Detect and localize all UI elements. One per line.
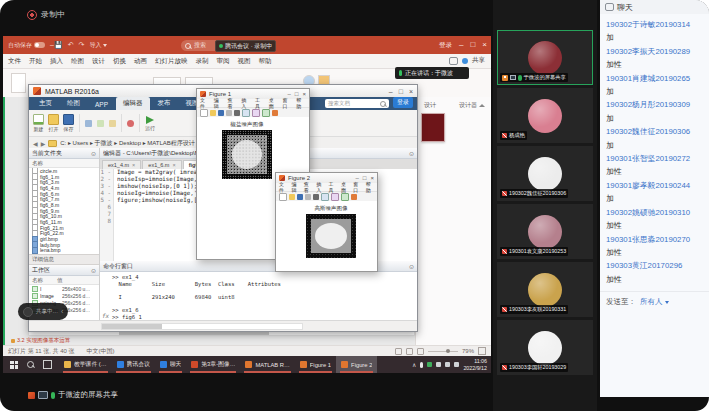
wps-ribbon-tab[interactable]: 幻灯片放映 (155, 57, 188, 66)
maximize-icon[interactable] (470, 41, 475, 49)
wps-ribbon-tab[interactable]: 视图 (238, 57, 251, 66)
editor-tab[interactable]: ex1_6.m × (142, 160, 181, 169)
task-view-icon[interactable] (43, 360, 52, 369)
cursor-icon[interactable] (234, 110, 240, 116)
chat-messages[interactable]: 190302于诗敏20190314加190302李振天20190289加性190… (600, 14, 709, 290)
figure-menu-item[interactable]: 编辑 (291, 181, 299, 193)
autosave-control[interactable]: 自动保存 (8, 41, 45, 50)
redo-icon[interactable]: ↷ (79, 41, 85, 49)
details-bar[interactable]: 详细信息 (29, 254, 99, 265)
wps-ribbon-tab[interactable]: 帮助 (259, 57, 272, 66)
wps-ribbon-tab[interactable]: 动画 (134, 57, 147, 66)
minimize-icon[interactable] (459, 41, 463, 49)
collapse-icon[interactable] (61, 308, 63, 315)
save-icon[interactable]: 💾 (50, 41, 63, 49)
close-icon[interactable]: × (132, 162, 135, 168)
wps-ribbon-tab[interactable]: 审阅 (217, 57, 230, 66)
start-button[interactable] (10, 361, 18, 369)
language-indicator[interactable]: 中文(中国) (87, 347, 115, 356)
pan-icon[interactable] (341, 193, 349, 201)
forward-icon[interactable] (41, 140, 46, 147)
matlab-tab[interactable]: 编辑器 (116, 97, 150, 110)
taskbar-app[interactable]: 聊天 (155, 356, 187, 373)
gear-icon[interactable] (91, 150, 96, 157)
design-tab[interactable]: 设计 (424, 101, 436, 110)
participant-tile[interactable]: 190303李友联20190331 (497, 262, 593, 317)
insert-dropdown[interactable]: 导入 (89, 41, 107, 50)
print-icon[interactable] (226, 110, 232, 116)
wps-ribbon-tab[interactable]: 插入 (50, 57, 63, 66)
comment-icon[interactable] (97, 120, 104, 127)
tray-expand-icon[interactable] (412, 361, 416, 368)
matlab-tab[interactable]: 主页 (32, 97, 59, 110)
command-window[interactable]: >> ex1_4 Name Size Bytes Class Attribute… (100, 272, 417, 321)
rotate-icon[interactable] (272, 110, 278, 116)
workspace-variable[interactable]: I 256x400 u… (29, 285, 99, 292)
new-figure-icon[interactable] (279, 193, 287, 201)
taskbar-app[interactable]: Figure 1 (295, 356, 336, 373)
save-icon[interactable] (218, 110, 224, 116)
wps-ribbon-tab[interactable]: 文件 (8, 57, 21, 66)
horizontal-scrollbar[interactable] (101, 323, 303, 330)
column-header[interactable]: 名称 (29, 159, 99, 168)
fit-slide-icon[interactable] (478, 347, 486, 355)
comment-icon[interactable] (449, 57, 458, 65)
figure-menu-item[interactable]: 窗口 (353, 181, 361, 193)
back-icon[interactable] (33, 140, 38, 147)
matlab-tab[interactable]: APP (88, 99, 115, 110)
clipboard-icon[interactable] (11, 73, 26, 93)
rotate-icon[interactable] (351, 194, 357, 200)
normal-view-icon[interactable] (395, 348, 402, 355)
zoom-out-icon[interactable] (331, 193, 339, 201)
matlab-tool-button[interactable]: 保存 (63, 114, 74, 132)
close-icon[interactable] (482, 41, 487, 49)
taskbar-app[interactable]: 第3章-图像… (186, 356, 240, 373)
tray-network-icon[interactable] (436, 362, 441, 367)
breakpoint-icon[interactable] (127, 120, 134, 127)
figure-menu-item[interactable]: 帮助 (296, 97, 306, 109)
figure-menu-item[interactable]: 文件 (279, 181, 287, 193)
figure-menu-item[interactable]: 帮助 (366, 181, 374, 193)
wps-ribbon-tab[interactable]: 录制 (196, 57, 209, 66)
figure-menu-item[interactable]: 文件 (200, 97, 210, 109)
file-row[interactable]: lena.bmp (29, 248, 99, 254)
figure-menu-item[interactable]: 查看 (304, 181, 312, 193)
insert-icon[interactable] (85, 120, 92, 127)
taskbar-clock[interactable]: 11:06 2022/9/12 (463, 358, 487, 371)
indent-icon[interactable] (109, 120, 116, 127)
wps-login-button[interactable]: 登录 (439, 41, 452, 50)
undo-icon[interactable]: ↶ (68, 41, 74, 49)
designer-tab[interactable]: 设计器 (459, 101, 485, 110)
matlab-tab[interactable]: 绘图 (60, 97, 87, 110)
tray-mic-icon[interactable] (420, 362, 423, 368)
figure-menu-item[interactable]: 插入 (316, 181, 324, 193)
close-icon[interactable]: × (172, 162, 175, 168)
open-icon[interactable] (289, 194, 295, 200)
slideshow-icon[interactable] (417, 348, 424, 355)
participant-tile[interactable]: 190301袁文康20190253 (497, 204, 593, 259)
wps-ribbon-tab[interactable]: 绘图 (71, 57, 84, 66)
wps-ribbon-tab[interactable]: 设计 (92, 57, 105, 66)
taskbar-app[interactable]: MATLAB R… (240, 356, 294, 373)
autosave-toggle[interactable] (34, 42, 45, 48)
close-icon[interactable] (409, 88, 413, 95)
slide-thumbnail[interactable] (421, 113, 445, 142)
figure-menu-item[interactable]: 工具 (255, 97, 265, 109)
figure-menu-item[interactable]: 编辑 (214, 97, 224, 109)
zoom-slider[interactable] (428, 351, 458, 352)
workspace-columns[interactable]: 名称 值 (29, 276, 99, 285)
pan-icon[interactable] (262, 109, 270, 117)
matlab-tool-button[interactable]: 打开 (48, 114, 59, 132)
matlab-login-button[interactable]: 登录 (393, 97, 413, 108)
zoom-in-icon[interactable] (242, 109, 250, 117)
figure-menu-item[interactable]: 插入 (241, 97, 251, 109)
participant-tile[interactable]: 杨成艳 (497, 88, 593, 143)
matlab-tab[interactable]: 发布 (151, 97, 178, 110)
cursor-icon[interactable] (313, 194, 319, 200)
gear-icon[interactable] (409, 150, 414, 157)
wps-ribbon-tab[interactable]: 切换 (113, 57, 126, 66)
workspace-variable[interactable]: Image 256x256 d… (29, 292, 99, 299)
figure-menu-item[interactable]: 窗口 (283, 97, 293, 109)
wps-ribbon-tab[interactable]: 开始 (29, 57, 42, 66)
taskbar-app[interactable]: Figure 2 (336, 356, 377, 373)
